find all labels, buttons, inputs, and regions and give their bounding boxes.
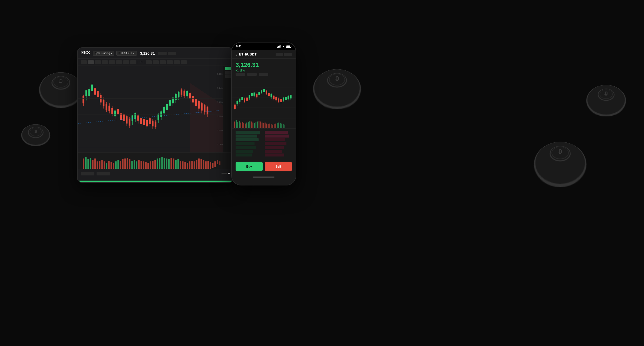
svg-rect-171: [219, 161, 220, 165]
svg-rect-138: [143, 161, 144, 169]
svg-rect-168: [212, 163, 213, 168]
svg-rect-190: [251, 93, 253, 96]
svg-rect-28: [88, 89, 90, 96]
svg-rect-80: [163, 107, 165, 113]
svg-rect-100: [192, 96, 194, 102]
svg-line-18: [85, 51, 87, 53]
svg-rect-164: [203, 160, 204, 169]
svg-rect-129: [122, 159, 123, 169]
svg-rect-120: [101, 160, 103, 169]
svg-rect-198: [261, 90, 262, 93]
svg-rect-128: [120, 161, 121, 169]
side-btn-highlight[interactable]: [225, 67, 232, 70]
footer-tag-2: [97, 172, 110, 175]
svg-rect-114: [87, 159, 89, 169]
phone-price-change: +1.19%: [236, 69, 292, 72]
svg-rect-131: [127, 158, 128, 169]
toolbar-btn-4[interactable]: [102, 60, 108, 64]
svg-rect-192: [253, 93, 255, 96]
svg-rect-154: [180, 161, 181, 169]
svg-rect-156: [184, 162, 186, 169]
toolbar-btn-6[interactable]: [116, 60, 122, 64]
svg-rect-206: [270, 94, 272, 97]
toolbar-btn-7[interactable]: [123, 60, 129, 64]
svg-rect-194: [256, 94, 257, 97]
svg-rect-76: [157, 114, 159, 120]
svg-rect-94: [183, 91, 185, 96]
svg-rect-102: [195, 99, 197, 106]
toolbar-btn-11[interactable]: [160, 60, 166, 64]
okx-logo: [81, 51, 91, 56]
phone-price-main: 3,126.31: [236, 61, 292, 68]
svg-rect-34: [97, 91, 98, 97]
phone-chart: [232, 78, 296, 119]
svg-rect-66: [143, 119, 145, 125]
toolbar-btn-14[interactable]: [181, 60, 187, 64]
svg-rect-228: [242, 122, 243, 128]
toolbar-btn-5[interactable]: [109, 60, 115, 64]
svg-rect-30: [91, 84, 93, 91]
toolbar-btn-10[interactable]: [153, 60, 159, 64]
svg-rect-184: [244, 99, 245, 102]
svg-rect-139: [145, 162, 147, 169]
svg-rect-169: [214, 161, 216, 167]
svg-rect-161: [196, 160, 197, 169]
wifi-icon: ▲: [282, 45, 285, 48]
svg-rect-247: [271, 124, 272, 128]
svg-rect-218: [285, 97, 287, 100]
svg-rect-127: [117, 160, 119, 169]
toolbar-separator-2: [144, 61, 144, 64]
svg-rect-64: [140, 118, 142, 124]
svg-rect-237: [256, 122, 256, 128]
toolbar-btn-3[interactable]: [95, 60, 101, 64]
svg-text:$: $: [34, 130, 37, 134]
phone-price-section: 3,126.31 +1.19%: [232, 59, 296, 78]
phone-home-indicator: [232, 174, 296, 180]
price-label-4: 3,160: [217, 115, 223, 117]
toolbar-btn-9[interactable]: [146, 60, 152, 64]
phone-buy-button[interactable]: Buy: [236, 162, 263, 171]
toolbar-btn-1[interactable]: [81, 60, 87, 64]
svg-rect-204: [268, 93, 270, 96]
svg-rect-143: [154, 160, 156, 169]
svg-rect-241: [262, 123, 262, 128]
svg-rect-238: [257, 122, 258, 128]
back-button[interactable]: ‹: [236, 52, 237, 57]
phone-sell-button[interactable]: Sell: [265, 162, 292, 171]
svg-rect-135: [136, 161, 137, 169]
svg-rect-123: [108, 161, 110, 169]
pair-dropdown[interactable]: ETH/USDT ▾: [116, 51, 137, 56]
svg-rect-256: [284, 125, 285, 128]
spot-trading-dropdown[interactable]: Spot Trading ▾: [93, 51, 114, 56]
svg-rect-212: [278, 99, 279, 102]
svg-rect-223: [234, 122, 235, 128]
battery-icon: [286, 45, 291, 48]
svg-rect-243: [265, 123, 265, 128]
svg-rect-140: [147, 163, 149, 169]
svg-rect-225: [237, 122, 238, 128]
svg-rect-232: [248, 122, 249, 128]
toolbar-btn-12[interactable]: [167, 60, 173, 64]
toolbar-btn-8[interactable]: [130, 60, 136, 64]
svg-rect-110: [207, 107, 208, 115]
svg-text:₿: ₿: [59, 79, 62, 84]
svg-rect-122: [106, 163, 107, 169]
phone-status-icons: ▲: [277, 45, 291, 48]
toolbar-btn-2[interactable]: [88, 60, 94, 64]
svg-rect-240: [260, 122, 261, 128]
phone-orderbook: [232, 128, 296, 159]
svg-rect-60: [134, 113, 136, 119]
side-btn-1[interactable]: [225, 71, 232, 74]
phone-nav-bar: ‹ ETH/USDT: [232, 50, 296, 59]
toolbar-btn-13[interactable]: [174, 60, 180, 64]
price-label-1: 3,280: [217, 73, 223, 75]
svg-rect-54: [126, 116, 127, 124]
svg-rect-117: [94, 158, 96, 169]
side-btn-2[interactable]: [225, 74, 232, 78]
svg-rect-230: [245, 124, 246, 129]
svg-rect-235: [252, 123, 253, 128]
svg-rect-70: [149, 118, 150, 124]
svg-rect-160: [194, 161, 195, 169]
svg-rect-90: [178, 92, 179, 97]
phone-price-meta: [236, 73, 292, 76]
